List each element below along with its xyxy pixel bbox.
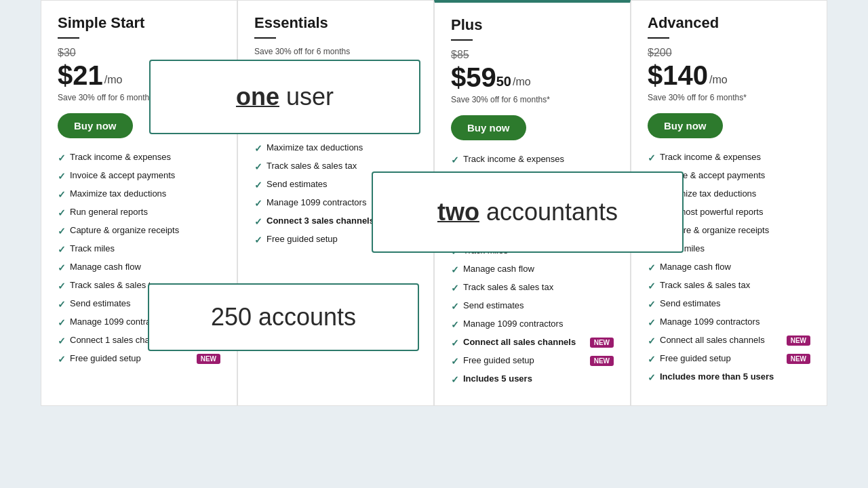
price-period: /mo (513, 76, 531, 88)
feature-text: Manage 1099 contractors (463, 319, 614, 330)
plan-divider (648, 37, 669, 39)
feature-text: Send estimates (660, 298, 810, 310)
check-icon: ✓ (451, 356, 459, 367)
check-icon: ✓ (58, 207, 66, 218)
feature-item: ✓ Manage 1099 contractors (648, 317, 810, 328)
feature-text: Track sales & sales tax (660, 280, 810, 291)
price-period: /mo (104, 74, 123, 86)
save-text: Save 30% off for 6 months* (451, 95, 614, 104)
feature-text: Run general reports (70, 207, 220, 218)
check-icon: ✓ (451, 155, 459, 165)
check-icon: ✓ (648, 336, 656, 346)
feature-text: Free guided setup (660, 353, 778, 365)
tooltip-one-user: one user (149, 60, 420, 134)
feature-item: ✓ Invoice & accept payments (58, 170, 220, 182)
price-period: /mo (709, 74, 728, 86)
feature-text: Connect all sales channels (660, 335, 778, 346)
feature-item: ✓ Manage cash flow (451, 264, 614, 275)
check-icon: ✓ (254, 235, 262, 245)
tooltip-250-accounts-text: 250 accounts (211, 303, 356, 331)
new-badge: NEW (590, 338, 614, 348)
feature-item: ✓ Send estimates (451, 300, 614, 312)
new-badge: NEW (197, 354, 220, 364)
check-icon: ✓ (58, 281, 66, 291)
feature-text: Invoice & accept payments (70, 170, 220, 182)
check-icon: ✓ (58, 354, 66, 365)
feature-item: ✓ Manage cash flow (648, 262, 810, 273)
current-price: $140 /mo (648, 62, 810, 89)
feature-text: Capture & organize receipts (70, 225, 220, 237)
check-icon: ✓ (254, 143, 262, 154)
check-icon: ✓ (254, 216, 262, 227)
check-icon: ✓ (58, 152, 66, 163)
feature-text: Free guided setup (463, 355, 582, 367)
tooltip-250-accounts: 250 accounts (148, 283, 419, 351)
check-icon: ✓ (648, 262, 656, 273)
feature-text: Send estimates (463, 300, 614, 312)
feature-text: Track miles (70, 243, 220, 255)
check-icon: ✓ (58, 262, 66, 273)
check-icon: ✓ (451, 374, 459, 385)
feature-item: ✓ Track sales & sales tax (648, 280, 810, 291)
feature-item: ✓ Free guided setup NEW (451, 355, 614, 367)
feature-text: Track sales & sales tax (463, 282, 614, 293)
plan-divider (58, 37, 79, 39)
tooltip-two-accountants: two accountants (372, 171, 684, 253)
feature-item: ✓ Track sales & sales tax (254, 161, 417, 172)
feature-item: ✓ Track income & expenses (451, 154, 614, 165)
original-price: $85 (451, 49, 614, 61)
feature-item: ✓ Includes more than 5 users (648, 371, 810, 383)
check-icon: ✓ (648, 281, 656, 291)
feature-item: ✓ Capture & organize receipts (58, 225, 220, 237)
save-text: Save 30% off for 6 months* (648, 93, 810, 102)
new-badge: NEW (787, 354, 810, 364)
buy-button[interactable]: Buy now (58, 113, 133, 138)
feature-text: Manage cash flow (70, 262, 220, 273)
feature-text: Maximize tax deductions (267, 142, 417, 154)
feature-text: Connect 3 sales channels (267, 216, 385, 227)
check-icon: ✓ (58, 299, 66, 310)
check-icon: ✓ (648, 354, 656, 365)
feature-text: Free guided setup (70, 353, 189, 365)
feature-item: ✓ Maximize tax deductions (254, 142, 417, 154)
feature-item: ✓ Manage 1099 contractors (451, 319, 614, 330)
feature-item: ✓ Free guided setup NEW (648, 353, 810, 365)
plan-divider (254, 37, 276, 39)
buy-button[interactable]: Buy now (451, 115, 526, 140)
check-icon: ✓ (58, 244, 66, 255)
price-main: $59 (451, 64, 496, 91)
feature-text: Free guided setup (267, 234, 385, 245)
check-icon: ✓ (254, 198, 262, 209)
check-icon: ✓ (648, 152, 656, 163)
check-icon: ✓ (648, 372, 656, 383)
feature-item: ✓ Track miles (58, 243, 220, 255)
feature-text: Includes more than 5 users (660, 371, 810, 383)
feature-text: Track sales & sales tax (267, 161, 417, 172)
check-icon: ✓ (58, 189, 66, 200)
check-icon: ✓ (254, 161, 262, 172)
tooltip-one-user-text: one user (236, 83, 334, 111)
original-price: $30 (58, 47, 220, 59)
feature-text: Manage 1099 contractors (660, 317, 810, 328)
feature-item: ✓ Includes 5 users (451, 373, 614, 385)
plan-name: Advanced (648, 14, 810, 32)
check-icon: ✓ (58, 317, 66, 328)
buy-button[interactable]: Buy now (648, 113, 723, 138)
feature-item: ✓ Track sales & sales tax (451, 282, 614, 293)
feature-item: ✓ Send estimates (648, 298, 810, 310)
feature-item: ✓ Run general reports (58, 207, 220, 218)
check-icon: ✓ (451, 338, 459, 348)
check-icon: ✓ (451, 264, 459, 275)
feature-item: ✓ Connect all sales channels NEW (451, 337, 614, 348)
new-badge: NEW (787, 336, 810, 346)
check-icon: ✓ (451, 283, 459, 293)
plan-name: Essentials (254, 14, 417, 32)
new-badge: NEW (590, 356, 614, 366)
price-cents: 50 (496, 75, 511, 88)
check-icon: ✓ (58, 336, 66, 346)
check-icon: ✓ (648, 299, 656, 310)
price-main: $140 (648, 62, 708, 89)
check-icon: ✓ (451, 319, 459, 330)
plan-name: Plus (451, 16, 614, 34)
check-icon: ✓ (58, 171, 66, 182)
